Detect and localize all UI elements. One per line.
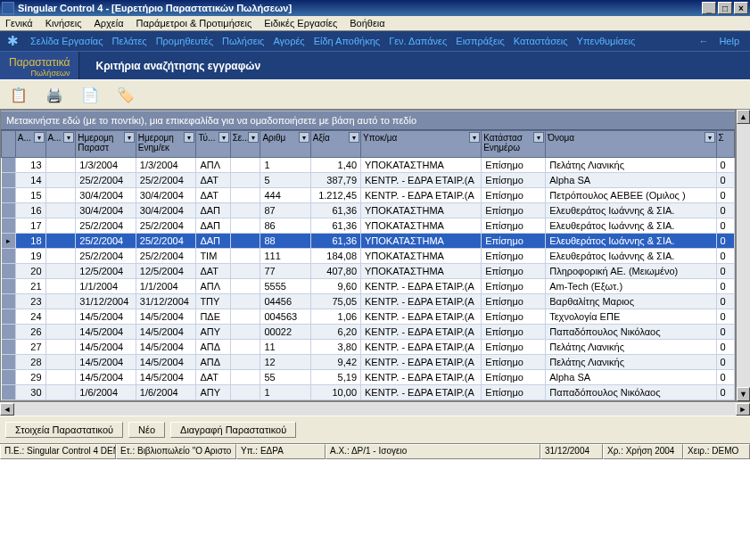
column-header[interactable]: Σε...▾ <box>230 131 260 158</box>
grid-cell[interactable]: 0 <box>716 309 734 325</box>
grid-cell[interactable]: 184,08 <box>310 249 360 264</box>
grid-cell[interactable]: 19 <box>15 249 45 264</box>
grid-cell[interactable]: Επίσημο <box>482 264 546 279</box>
grid-cell[interactable] <box>45 309 76 325</box>
grid-cell[interactable] <box>230 173 260 188</box>
section-tab[interactable]: Παραστατικά Πωλήσεων <box>0 52 79 79</box>
grid-cell[interactable]: ΥΠΟΚΑΤΑΣΤΗΜΑ <box>361 264 482 279</box>
grid-cell[interactable]: ΑΠΔ <box>196 355 230 370</box>
table-row[interactable]: 2614/5/200414/5/2004ΑΠΥ000226,20ΚΕΝΤΡ. -… <box>2 325 735 340</box>
grid-cell[interactable]: Πελάτης Λιανικής <box>546 340 716 355</box>
grid-cell[interactable]: Πελάτης Λιανικής <box>546 158 716 173</box>
filter-dropdown-icon[interactable]: ▾ <box>705 132 715 143</box>
grid-cell[interactable]: 1/6/2004 <box>136 385 196 400</box>
table-row[interactable]: ▸1825/2/200425/2/2004ΔΑΠ8861,36ΥΠΟΚΑΤΑΣΤ… <box>2 234 735 249</box>
scroll-up-icon[interactable]: ▲ <box>737 110 750 124</box>
grid-cell[interactable]: ΥΠΟΚΑΤΑΣΤΗΜΑ <box>361 234 482 249</box>
column-header[interactable]: Όνομα▾ <box>546 131 716 158</box>
grid-cell[interactable]: ΚΕΝΤΡ. - ΕΔΡΑ ΕΤΑΙΡ.(Α <box>361 325 482 340</box>
table-row[interactable]: 1925/2/200425/2/2004ΤΙΜ111184,08ΥΠΟΚΑΤΑΣ… <box>2 249 735 264</box>
table-row[interactable]: 2331/12/200431/12/2004ΤΠΥ0445675,05ΚΕΝΤΡ… <box>2 294 735 309</box>
grid-cell[interactable]: 5 <box>260 173 310 188</box>
grid-cell[interactable]: ΚΕΝΤΡ. - ΕΔΡΑ ΕΤΑΙΡ.(Α <box>361 370 482 385</box>
submenu-item[interactable]: Καταστάσεις <box>514 36 568 46</box>
grid-cell[interactable]: ΚΕΝΤΡ. - ΕΔΡΑ ΕΤΑΙΡ.(Α <box>361 340 482 355</box>
grid-cell[interactable]: Επίσημο <box>482 218 546 234</box>
menu-item[interactable]: Κινήσεις <box>45 18 82 29</box>
grid-cell[interactable]: ΥΠΟΚΑΤΑΣΤΗΜΑ <box>361 249 482 264</box>
filter-dropdown-icon[interactable]: ▾ <box>248 132 259 143</box>
grid-cell[interactable]: Επίσημο <box>482 370 546 385</box>
grid-cell[interactable]: 1 <box>260 158 310 173</box>
grid-cell[interactable]: 0 <box>716 279 734 294</box>
copy-icon[interactable]: 📋 <box>7 84 30 105</box>
grid-cell[interactable]: 5555 <box>260 279 310 294</box>
grid-cell[interactable]: ΥΠΟΚΑΤΑΣΤΗΜΑ <box>361 218 482 234</box>
grid-cell[interactable]: ΔΑΤ <box>196 173 230 188</box>
filter-dropdown-icon[interactable]: ▾ <box>349 132 359 143</box>
grid-cell[interactable]: Am-Tech (Εξωτ.) <box>546 279 716 294</box>
grid-cell[interactable] <box>230 203 260 218</box>
grid-cell[interactable]: 14/5/2004 <box>76 340 136 355</box>
grid-cell[interactable]: 88 <box>260 234 310 249</box>
grid-cell[interactable]: 20 <box>15 264 45 279</box>
grid-cell[interactable]: Επίσημο <box>482 203 546 218</box>
grid-cell[interactable] <box>45 249 76 264</box>
grid-cell[interactable]: 6,20 <box>310 325 360 340</box>
column-header[interactable]: Ημερομη Παραστ▾ <box>76 131 136 158</box>
grid-cell[interactable]: 25/2/2004 <box>76 173 136 188</box>
grid-cell[interactable]: 14/5/2004 <box>76 325 136 340</box>
column-header[interactable]: Αριθμ▾ <box>260 131 310 158</box>
grid-cell[interactable]: Alpha SA <box>546 370 716 385</box>
grid-cell[interactable]: 15 <box>15 188 45 203</box>
grid-cell[interactable]: ΚΕΝΤΡ. - ΕΔΡΑ ΕΤΑΙΡ.(Α <box>361 294 482 309</box>
grid-cell[interactable]: Ελευθεράτος Ιωάννης & ΣΙΑ. <box>546 249 716 264</box>
grid-cell[interactable]: 12 <box>260 355 310 370</box>
grid-cell[interactable]: 25/2/2004 <box>136 234 196 249</box>
column-header[interactable]: Ημερομη Ενημ/εκ▾ <box>136 131 196 158</box>
grid-cell[interactable]: 23 <box>15 294 45 309</box>
table-row[interactable]: 2914/5/200414/5/2004ΔΑΤ555,19ΚΕΝΤΡ. - ΕΔ… <box>2 370 735 385</box>
horizontal-scrollbar[interactable]: ◄ ► <box>0 401 750 416</box>
grid-cell[interactable]: 1/3/2004 <box>136 158 196 173</box>
grid-cell[interactable]: 30/4/2004 <box>76 203 136 218</box>
grid-cell[interactable]: 24 <box>15 309 45 325</box>
table-row[interactable]: 2814/5/200414/5/2004ΑΠΔ129,42ΚΕΝΤΡ. - ΕΔ… <box>2 355 735 370</box>
scroll-right-icon[interactable]: ► <box>736 403 750 416</box>
grid-cell[interactable] <box>45 264 76 279</box>
grid-cell[interactable]: 9,42 <box>310 355 360 370</box>
grid-cell[interactable]: ΚΕΝΤΡ. - ΕΔΡΑ ΕΤΑΙΡ.(Α <box>361 355 482 370</box>
grid-cell[interactable]: 25/2/2004 <box>136 173 196 188</box>
grid-cell[interactable]: 0 <box>716 218 734 234</box>
grid-cell[interactable]: ΠΔΕ <box>196 309 230 325</box>
grid-cell[interactable] <box>230 294 260 309</box>
grid-cell[interactable]: 21 <box>15 279 45 294</box>
grid-cell[interactable] <box>45 340 76 355</box>
minimize-button[interactable]: _ <box>702 2 716 14</box>
submenu-item[interactable]: Πωλήσεις <box>222 36 264 46</box>
grid-cell[interactable] <box>230 234 260 249</box>
grid-cell[interactable]: 25/2/2004 <box>76 234 136 249</box>
grid-cell[interactable] <box>230 385 260 400</box>
grid-cell[interactable]: 31/12/2004 <box>76 294 136 309</box>
filter-dropdown-icon[interactable]: ▾ <box>34 132 45 143</box>
grid-cell[interactable]: 14/5/2004 <box>136 309 196 325</box>
grid-cell[interactable] <box>230 279 260 294</box>
grid-cell[interactable] <box>45 158 76 173</box>
filter-dropdown-icon[interactable]: ▾ <box>299 132 309 143</box>
filter-dropdown-icon[interactable]: ▾ <box>218 132 229 143</box>
filter-dropdown-icon[interactable]: ▾ <box>63 132 74 143</box>
grid-cell[interactable]: ΚΕΝΤΡ. - ΕΔΡΑ ΕΤΑΙΡ.(Α <box>361 279 482 294</box>
grid-cell[interactable] <box>230 309 260 325</box>
grid-cell[interactable]: ΑΠΥ <box>196 325 230 340</box>
grid-cell[interactable] <box>230 158 260 173</box>
table-row[interactable]: 131/3/20041/3/2004ΑΠΛ11,40ΥΠΟΚΑΤΑΣΤΗΜΑΕπ… <box>2 158 735 173</box>
grid-cell[interactable] <box>230 370 260 385</box>
submenu-item[interactable]: Γεν. Δαπάνες <box>389 36 447 46</box>
grid-cell[interactable]: ΔΑΠ <box>196 203 230 218</box>
column-header[interactable]: Σ <box>716 131 734 158</box>
grid-cell[interactable]: 1/1/2004 <box>76 279 136 294</box>
grid-cell[interactable]: 86 <box>260 218 310 234</box>
grid-cell[interactable]: 55 <box>260 370 310 385</box>
grid-cell[interactable]: 387,79 <box>310 173 360 188</box>
